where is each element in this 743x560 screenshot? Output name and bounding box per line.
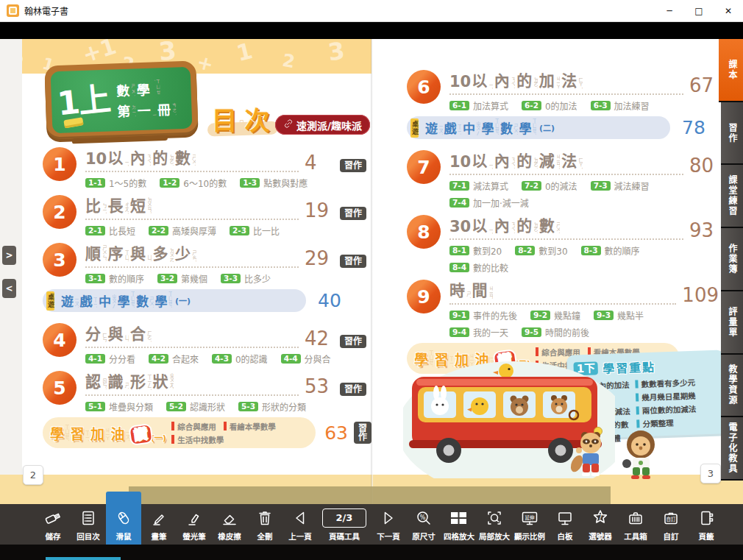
subsection-item[interactable]: 3-2第幾個 [157, 272, 207, 285]
boardgame-banner[interactable]: 桌遊遊ㄧㄡˊ戲ㄒㄧˋ中ㄓㄨㄥ學ㄒㄩㄝˊ數ㄕㄨˋ學ㄒㄩㄝˊ(二)78 [407, 116, 719, 139]
close-button[interactable]: ✕ [714, 0, 743, 22]
chapter-title: 時ㄕˊ間ㄐㄧㄢ [449, 278, 494, 300]
tool-選號器[interactable]: 7選號器 [583, 504, 618, 545]
tool-自訂[interactable]: 自訂自訂 [653, 504, 689, 545]
subsection-item[interactable]: 7-3減法練習 [591, 180, 650, 192]
tool-label: 選號器 [589, 531, 612, 542]
learning-booster-banner[interactable]: 學ㄒㄩㄝˊ習ㄒㄧˊ加ㄐㄧㄚ油ㄧㄡˊ讚(一)綜合與應用看繪本學數學生活中找數學63… [43, 417, 366, 448]
prev-page-icon [291, 508, 309, 528]
subsection-item[interactable]: 4-4分與合 [281, 352, 331, 365]
left-page-number-tab[interactable]: 2 [23, 465, 43, 485]
chapter-row[interactable]: 610以ㄧˇ內ㄋㄟˋ的ㄉㄜ˙加ㄐㄧㄚ法ㄈㄚˇ676-1加法算式6-20的加法6-… [407, 68, 719, 112]
subsection-item[interactable]: 6-3加法練習 [591, 99, 650, 112]
chapter-row[interactable]: 5認ㄖㄣˋ識ㄕˋ形ㄒㄧㄥˊ狀ㄓㄨㄤˋ53習作5-1堆疊與分類5-2認識形狀5-3… [43, 369, 366, 413]
tool-回目次[interactable]: 回目次 [71, 504, 106, 545]
subsection-item[interactable]: 8-3數的順序 [581, 244, 640, 257]
subsection-item[interactable]: 6-20的加法 [522, 99, 577, 112]
chapter-row[interactable]: 710以ㄧˇ內ㄋㄟˋ的ㄉㄜ˙減ㄐㄧㄢˇ法ㄈㄚˇ807-1減法算式7-20的減法7… [407, 149, 719, 209]
sidebar-tab-課本[interactable]: 課本 [719, 39, 743, 102]
subsection-code-badge: 3-3 [221, 274, 241, 284]
tool-label: 下一頁 [377, 531, 400, 542]
subsection-item[interactable]: 5-2認識形狀 [166, 400, 225, 413]
subsection-item[interactable]: 8-1數到20 [449, 244, 502, 257]
tool-螢光筆[interactable]: 螢光筆 [177, 504, 212, 545]
subsection-item[interactable]: 5-1堆疊與分類 [85, 400, 153, 413]
subsection-item[interactable]: 7-1減法算式 [449, 180, 508, 192]
subsection-item[interactable]: 5-3形狀的分類 [238, 400, 306, 413]
workbook-badge[interactable]: 習作 [340, 335, 366, 348]
tool-下一頁[interactable]: 下一頁 [371, 504, 406, 545]
panel-collapse-arrow[interactable]: < [2, 279, 16, 298]
tool-上一頁[interactable]: 上一頁 [282, 504, 318, 545]
subsection-item[interactable]: 2-1比長短 [85, 224, 135, 237]
tool-四格放大[interactable]: 四格放大 [441, 504, 477, 545]
sidebar-tab-習作[interactable]: 習作 [721, 102, 743, 166]
sidebar-tab-教學資源[interactable]: 教學資源 [721, 355, 743, 418]
tool-工具箱[interactable]: 工具箱 [618, 504, 653, 545]
workbook-badge[interactable]: 習作 [340, 207, 366, 220]
tool-儲存[interactable]: 儲存 [35, 504, 71, 545]
minimize-button[interactable]: ─ [655, 0, 684, 22]
chapter-page-number: 93 [689, 221, 719, 240]
subsection-item[interactable]: 9-3幾點半 [594, 309, 644, 322]
subsection-item[interactable]: 7-20的減法 [522, 180, 577, 192]
subsection-item[interactable]: 1-26～10的數 [160, 177, 227, 189]
subsection-item[interactable]: 3-3比多少 [221, 272, 271, 285]
subsection-item[interactable]: 3-1數的順序 [85, 272, 144, 285]
subsection-label: 堆疊與分類 [109, 400, 153, 413]
workbook-badge[interactable]: 習作 [340, 159, 366, 172]
boardgame-tag: 桌遊 [410, 118, 419, 138]
chapter-row[interactable]: 110以ㄧˇ內ㄋㄟˋ的ㄉㄜ˙數ㄕㄨˋ4習作1-11～5的數1-26～10的數1-… [43, 146, 366, 189]
subsection-item[interactable]: 2-3比一比 [230, 224, 280, 237]
subsection-item[interactable]: 9-4我的一天 [449, 326, 508, 339]
zhuyin-annotation: ㄕㄨˋ [191, 155, 196, 166]
panel-expand-arrow[interactable]: > [2, 246, 16, 265]
tool-白板[interactable]: 白板 [547, 504, 583, 545]
tool-局部放大[interactable]: 局部放大 [477, 504, 512, 545]
workbook-badge[interactable]: 習作 [340, 383, 366, 396]
subsection-item[interactable]: 8-4數的比較 [449, 261, 508, 274]
sidebar-tab-電子化教具[interactable]: 電子化教具 [721, 417, 743, 481]
boardgame-banner[interactable]: 桌遊遊ㄧㄡˊ戲ㄒㄧˋ中ㄓㄨㄥ學ㄒㄩㄝˊ數ㄕㄨˋ學ㄒㄩㄝˊ(一)40 [43, 289, 366, 312]
subsection-item[interactable]: 1-3點數與對應 [240, 177, 307, 189]
subsection-item[interactable]: 4-30的認識 [212, 352, 268, 365]
subsection-item[interactable]: 4-1分分看 [85, 352, 135, 365]
tool-原尺寸[interactable]: %原尺寸 [406, 504, 441, 545]
tool-滑鼠[interactable]: 滑鼠 [106, 492, 141, 545]
chapter-row[interactable]: 2比ㄅㄧˇ長ㄔㄤˊ短ㄉㄨㄢˇ19習作2-1比長短2-2高矮與厚薄2-3比一比 [43, 194, 366, 237]
chapter-row[interactable]: 830以ㄧˇ內ㄋㄟˋ的ㄉㄜ˙數ㄕㄨˋ938-1數到208-2數到308-3數的順… [407, 213, 719, 274]
subsection-item[interactable]: 1-11～5的數 [85, 177, 146, 189]
chapter-row[interactable]: 9時ㄕˊ間ㄐㄧㄢ1099-1事件的先後9-2幾點鐘9-3幾點半9-4我的一天9-… [407, 278, 719, 339]
subsection-item[interactable]: 2-2高矮與厚薄 [149, 224, 216, 237]
tool-頁碼工具[interactable]: 2/3頁碼工具 [318, 504, 371, 545]
tool-全刪[interactable]: 全刪 [247, 504, 282, 545]
subsection-item[interactable]: 4-2合起來 [149, 352, 199, 365]
sidebar-tab-評量單[interactable]: 評量單 [721, 291, 743, 355]
subsection-item[interactable]: 9-5時間的前後 [522, 326, 589, 339]
sidebar-tab-課堂練習[interactable]: 課堂練習 [721, 165, 743, 228]
maximize-button[interactable]: □ [684, 0, 714, 22]
subsection-item[interactable]: 7-4加一加·減一減 [449, 196, 529, 209]
tool-橡皮擦[interactable]: 橡皮擦 [212, 504, 247, 545]
workbook-badge[interactable]: 習作 [354, 422, 372, 444]
subsection-item[interactable]: 8-2數到30 [515, 244, 567, 257]
chapter-subsections: 3-1數的順序3-2第幾個3-3比多少 [85, 272, 347, 285]
chapter-row[interactable]: 3順ㄕㄨㄣˋ序ㄒㄩˋ與ㄩˇ多ㄉㄨㄛ少ㄕㄠˇ29習作3-1數的順序3-2第幾個3-… [43, 241, 366, 285]
booster-pill: 學ㄒㄩㄝˊ習ㄒㄧˊ加ㄐㄧㄚ油ㄧㄡˊ讚(一)綜合與應用看繪本學數學生活中找數學 [43, 417, 316, 448]
zhuyin-annotation: ㄕˋ [124, 383, 129, 390]
right-page-number-tab[interactable]: 3 [700, 464, 721, 483]
chapter-row[interactable]: 4分ㄈㄣ與ㄩˇ合ㄏㄜˊ42習作4-1分分看4-2合起來4-30的認識4-4分與合 [43, 322, 366, 365]
zhuyin-annotation: ㄏㄜˊ [146, 330, 152, 342]
keypoint-item: 幾月幾日星期幾 [636, 390, 696, 403]
subsection-item[interactable]: 6-1加法算式 [449, 99, 508, 112]
title-char: 內 [494, 149, 510, 171]
horizontal-scrollbar-thumb[interactable] [129, 486, 611, 504]
tool-顯示比例[interactable]: 延伸顯示比例 [512, 504, 547, 545]
subsection-item[interactable]: 9-2幾點鐘 [530, 309, 580, 322]
tool-畫筆[interactable]: 畫筆 [141, 504, 177, 545]
subsection-item[interactable]: 9-1事件的先後 [449, 309, 517, 322]
tool-頁籤[interactable]: 頁籤 [689, 504, 724, 545]
workbook-badge[interactable]: 習作 [340, 255, 366, 268]
quick-test-link-button[interactable]: 速測派/趣味派 [275, 115, 370, 135]
sidebar-tab-作業簿[interactable]: 作業簿 [721, 228, 743, 291]
